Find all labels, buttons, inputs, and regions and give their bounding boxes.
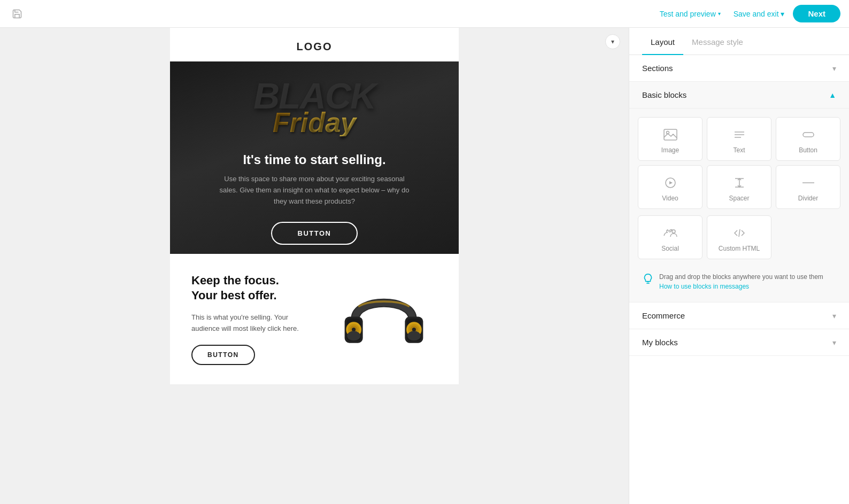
chevron-down-icon: ▾ xyxy=(611,38,614,45)
product-section: Keep the focus. Your best offer. This is… xyxy=(170,254,459,384)
block-custom-html[interactable]: Custom HTML xyxy=(707,215,771,259)
ecommerce-label: Ecommerce xyxy=(642,311,685,320)
my-blocks-chevron-icon: ▾ xyxy=(832,338,836,347)
blocks-grid-row2: Social Custom HTML xyxy=(638,215,840,259)
block-spacer[interactable]: Spacer xyxy=(707,165,771,209)
email-logo: LOGO xyxy=(170,28,459,61)
svg-point-27 xyxy=(672,230,675,233)
svg-point-5 xyxy=(352,328,356,331)
svg-rect-14 xyxy=(664,129,677,140)
svg-line-28 xyxy=(739,229,740,237)
main-layout: ▾ LOGO BLACK Friday It's time to start s… xyxy=(0,28,849,504)
canvas-area: ▾ LOGO BLACK Friday It's time to start s… xyxy=(0,28,629,504)
sections-chevron-icon: ▾ xyxy=(832,64,836,73)
test-preview-arrow: ▾ xyxy=(718,11,721,17)
drag-hint: Drag and drop the blocks anywhere you wa… xyxy=(638,266,840,293)
headphones-illustration xyxy=(336,274,432,365)
collapse-button[interactable]: ▾ xyxy=(605,34,620,49)
custom-html-block-icon xyxy=(732,226,747,241)
test-preview-button[interactable]: Test and preview ▾ xyxy=(655,6,725,21)
button-block-icon xyxy=(801,127,816,142)
block-social-label: Social xyxy=(661,245,679,252)
panel-body: Sections ▾ Basic blocks ▲ xyxy=(629,55,849,504)
image-block-icon xyxy=(663,127,678,142)
hero-headline: It's time to start selling. xyxy=(243,152,385,167)
save-exit-arrow: ▾ xyxy=(781,10,784,18)
product-description: This is what you're selling. Your audien… xyxy=(191,312,318,335)
ecommerce-chevron-icon: ▾ xyxy=(832,312,836,320)
social-block-icon xyxy=(663,226,678,241)
product-text-block: Keep the focus. Your best offer. This is… xyxy=(191,273,318,366)
product-button[interactable]: BUTTON xyxy=(191,345,255,365)
svg-point-11 xyxy=(412,328,416,331)
ecommerce-header[interactable]: Ecommerce ▾ xyxy=(629,303,849,329)
svg-point-13 xyxy=(407,331,421,340)
drag-hint-main-text: Drag and drop the blocks anywhere you wa… xyxy=(659,273,823,281)
right-panel: Layout Message style Sections ▾ Basic bl… xyxy=(629,28,849,504)
svg-marker-21 xyxy=(669,181,673,184)
video-block-icon xyxy=(663,175,678,190)
drag-hint-text-block: Drag and drop the blocks anywhere you wa… xyxy=(659,272,823,291)
block-image-label: Image xyxy=(661,146,679,154)
hero-section: BLACK Friday It's time to start selling.… xyxy=(170,61,459,254)
basic-blocks-header[interactable]: Basic blocks ▲ xyxy=(629,82,849,108)
hero-button[interactable]: BUTTON xyxy=(271,222,358,245)
block-divider[interactable]: Divider xyxy=(776,165,840,209)
divider-block-icon xyxy=(801,175,816,190)
draft-save-icon[interactable] xyxy=(9,5,26,22)
block-text[interactable]: Text xyxy=(707,117,771,161)
product-headline: Keep the focus. Your best offer. xyxy=(191,273,318,304)
lightbulb-icon xyxy=(642,273,654,285)
block-video-label: Video xyxy=(662,195,678,202)
sections-header[interactable]: Sections ▾ xyxy=(629,55,849,82)
tab-message-style[interactable]: Message style xyxy=(683,28,752,55)
test-preview-label: Test and preview xyxy=(660,10,716,18)
spacer-block-icon xyxy=(732,175,747,190)
my-blocks-label: My blocks xyxy=(642,338,678,347)
next-button[interactable]: Next xyxy=(793,5,840,22)
drag-hint-link[interactable]: How to use blocks in messages xyxy=(659,283,749,290)
product-image xyxy=(330,271,437,367)
my-blocks-header[interactable]: My blocks ▾ xyxy=(629,329,849,356)
sections-label: Sections xyxy=(642,64,673,73)
email-preview: LOGO BLACK Friday It's time to start sel… xyxy=(170,28,459,384)
blocks-grid: Image Text xyxy=(638,117,840,209)
hero-background: BLACK Friday It's time to start selling.… xyxy=(170,61,459,254)
block-image[interactable]: Image xyxy=(638,117,703,161)
block-spacer-label: Spacer xyxy=(729,195,749,202)
topbar: Test and preview ▾ Save and exit ▾ Next xyxy=(0,0,849,28)
black-friday-cursive-text: Friday xyxy=(191,108,437,136)
block-social[interactable]: Social xyxy=(638,215,703,259)
block-custom-html-label: Custom HTML xyxy=(719,245,760,252)
block-button[interactable]: Button xyxy=(776,117,840,161)
blocks-section: Image Text xyxy=(629,108,849,303)
hero-subtext: Use this space to share more about your … xyxy=(218,174,411,207)
panel-tabs: Layout Message style xyxy=(629,28,849,55)
block-video[interactable]: Video xyxy=(638,165,703,209)
tab-layout[interactable]: Layout xyxy=(642,28,683,55)
block-text-label: Text xyxy=(733,146,745,154)
save-exit-button[interactable]: Save and exit ▾ xyxy=(729,6,789,21)
block-divider-label: Divider xyxy=(798,195,818,202)
black-friday-graphic: BLACK Friday xyxy=(191,77,437,142)
text-block-icon xyxy=(732,127,747,142)
svg-point-12 xyxy=(347,331,360,340)
block-button-label: Button xyxy=(799,146,817,154)
save-exit-label: Save and exit xyxy=(734,10,779,18)
basic-blocks-chevron-icon: ▲ xyxy=(829,91,836,99)
svg-rect-19 xyxy=(803,133,814,137)
basic-blocks-label: Basic blocks xyxy=(642,90,686,99)
